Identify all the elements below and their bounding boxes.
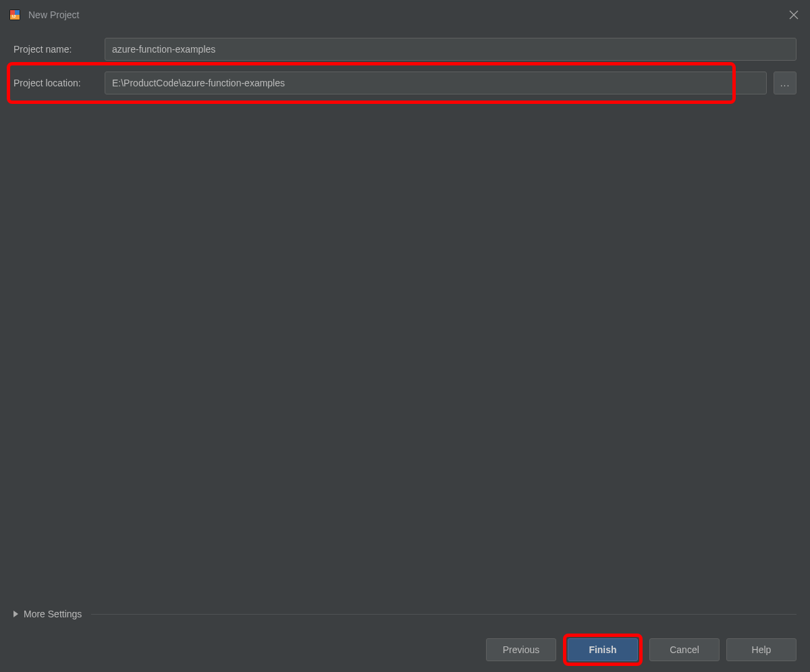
app-icon: IJ (8, 8, 22, 22)
finish-button[interactable]: Finish (568, 638, 638, 661)
help-button[interactable]: Help (726, 638, 796, 661)
window-title: New Project (28, 9, 79, 20)
chevron-right-icon (14, 611, 18, 617)
more-settings-label: More Settings (24, 609, 82, 619)
svg-rect-2 (15, 10, 20, 15)
highlight-annotation-finish: Finish (563, 634, 643, 666)
more-settings-toggle[interactable]: More Settings (14, 609, 796, 619)
form-content: Project name: Project location: ... (0, 27, 810, 94)
project-location-label: Project location: (14, 78, 105, 88)
previous-button[interactable]: Previous (486, 638, 556, 661)
project-location-input[interactable] (105, 72, 767, 94)
button-bar: Previous Finish Cancel Help (486, 638, 796, 661)
close-button[interactable] (786, 7, 802, 23)
divider (91, 614, 796, 615)
project-name-label: Project name: (14, 44, 105, 55)
project-name-input[interactable] (105, 38, 796, 61)
browse-ellipsis-icon: ... (780, 78, 790, 88)
browse-button[interactable]: ... (774, 72, 796, 94)
svg-text:IJ: IJ (12, 14, 16, 18)
cancel-button[interactable]: Cancel (649, 638, 720, 661)
titlebar: IJ New Project (0, 0, 810, 27)
